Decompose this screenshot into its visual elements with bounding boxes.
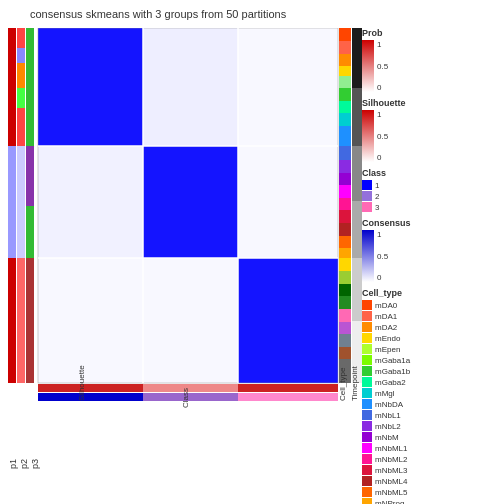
svg-rect-2 [362, 230, 374, 282]
celltype-item: mNbL2 [362, 421, 502, 431]
label-class: Class [181, 388, 190, 408]
p2-1 [17, 28, 25, 48]
prob-tick-3: 0 [377, 83, 388, 92]
celltype-item: mDA1 [362, 311, 502, 321]
sil-tick-3: 0 [377, 153, 388, 162]
consensus-legend: Consensus 1 0.5 0 [362, 218, 502, 282]
ct-6 [339, 88, 351, 101]
ct-17 [339, 236, 351, 248]
celltype-label: mNbML4 [375, 477, 407, 486]
svg-rect-1 [362, 110, 374, 162]
cons-tick-1: 1 [377, 230, 388, 239]
celltype-color-box [362, 388, 372, 398]
ct-16 [339, 223, 351, 236]
class-item-1: 1 [362, 180, 502, 190]
prob-tick-1: 1 [377, 40, 388, 49]
tp-e135 [352, 146, 362, 201]
celltype-item: mNProg [362, 498, 502, 504]
ct-8 [339, 113, 351, 126]
p2-4 [17, 88, 25, 108]
tint2 [38, 146, 143, 258]
celltype-color-box [362, 399, 372, 409]
cons-tick-3: 0 [377, 273, 388, 282]
c1-block-fill [38, 28, 143, 146]
sil-c2-light [143, 384, 238, 392]
celltype-label: mMgl [375, 389, 395, 398]
celltype-color-box [362, 377, 372, 387]
celltype-color-box [362, 355, 372, 365]
celltype-color-box [362, 300, 372, 310]
celltype-label: mEpen [375, 345, 400, 354]
silhouette-legend: Silhouette 1 0.5 0 [362, 98, 502, 162]
celltype-item: mMgl [362, 388, 502, 398]
celltype-label: mGaba2 [375, 378, 406, 387]
celltype-label: mDA1 [375, 312, 397, 321]
celltype-color-box [362, 311, 372, 321]
celltype-item: mNbM [362, 432, 502, 442]
prob-ticks: 1 0.5 0 [374, 40, 388, 92]
ct-4 [339, 66, 351, 76]
class-label-2: 2 [375, 192, 379, 201]
tint1 [143, 28, 238, 146]
celltype-item: mEpen [362, 344, 502, 354]
celltype-label: mDA2 [375, 323, 397, 332]
p3-c1 [26, 28, 34, 146]
celltype-item: mDA0 [362, 300, 502, 310]
p3-label: p3 [30, 419, 40, 469]
celltype-item: mEndo [362, 333, 502, 343]
c2-block-fill [143, 146, 238, 258]
consensus-legend-title: Consensus [362, 218, 502, 228]
heatmap-svg: p1 p2 p3 Silhouette Class Cell_type Time… [8, 28, 378, 418]
celltype-item: mDA2 [362, 322, 502, 332]
sil-tick-1: 1 [377, 110, 388, 119]
prob-gradient-container: 1 0.5 0 [362, 40, 502, 92]
prob-gradient-bar [362, 40, 374, 92]
p3-c3 [26, 258, 34, 383]
celltype-color-box [362, 443, 372, 453]
class-c1 [38, 393, 143, 401]
p2-7 [17, 258, 25, 383]
celltype-label: mNProg [375, 499, 404, 505]
celltype-label: mGaba1a [375, 356, 410, 365]
ct-13 [339, 185, 351, 198]
sil-tick-2: 0.5 [377, 132, 388, 141]
ct-10 [339, 146, 351, 160]
celltype-color-box [362, 465, 372, 475]
sil-c1 [38, 384, 143, 392]
celltype-label: mNbML1 [375, 444, 407, 453]
class-item-2: 2 [362, 191, 502, 201]
main-container: consensus skmeans with 3 groups from 50 … [0, 0, 504, 504]
silhouette-gradient-bar [362, 110, 374, 162]
p1-label: p1 [8, 419, 18, 469]
celltype-color-box [362, 487, 372, 497]
ct-11 [339, 160, 351, 173]
celltype-label: mDA0 [375, 301, 397, 310]
class-color-2 [362, 191, 372, 201]
celltype-item: mGaba1b [362, 366, 502, 376]
ct-5 [339, 76, 351, 88]
prob-tick-2: 0.5 [377, 62, 388, 71]
celltype-legend: Cell_type mDA0 mDA1 mDA2 mEndo mEpen mGa… [362, 288, 502, 504]
celltype-item: mNbML2 [362, 454, 502, 464]
celltype-label: mGaba1b [375, 367, 410, 376]
ct-22 [339, 296, 351, 309]
celltype-color-box [362, 333, 372, 343]
ct-12 [339, 173, 351, 185]
silhouette-gradient-container: 1 0.5 0 [362, 110, 502, 162]
ct-3 [339, 54, 351, 66]
celltype-color-box [362, 344, 372, 354]
p1-c2 [8, 146, 16, 258]
class-color-3 [362, 202, 372, 212]
celltype-color-box [362, 432, 372, 442]
celltype-color-box [362, 498, 372, 504]
class-legend-title: Class [362, 168, 502, 178]
label-timepoint: Timepoint [350, 365, 359, 401]
p2-6 [17, 146, 25, 258]
celltype-color-box [362, 410, 372, 420]
celltype-item: mNbML1 [362, 443, 502, 453]
ct-20 [339, 271, 351, 284]
celltype-label: mNbL2 [375, 422, 401, 431]
class-c2 [143, 393, 238, 401]
ct-14 [339, 198, 351, 210]
p2-3 [17, 63, 25, 88]
